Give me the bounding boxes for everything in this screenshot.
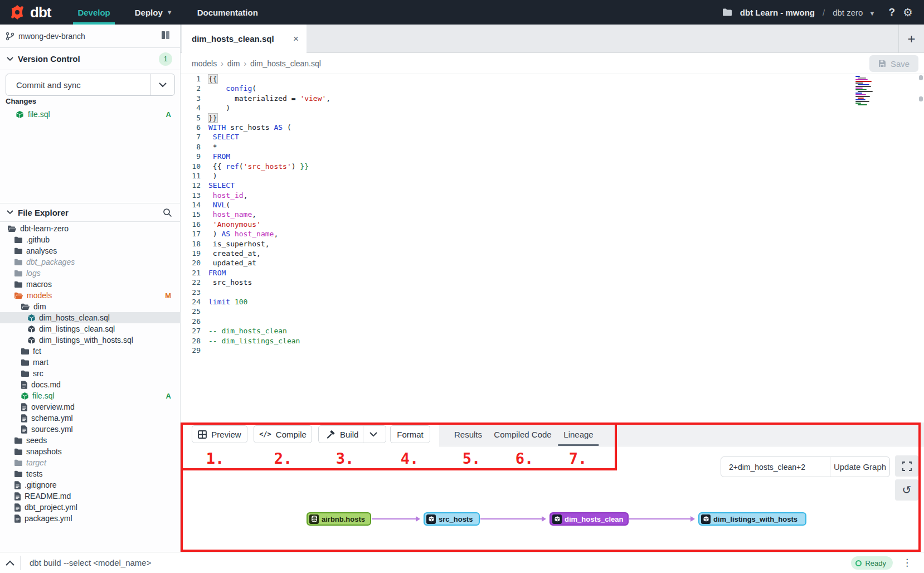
lineage-selector-input[interactable] (721, 457, 830, 477)
commit-options-chevron[interactable] (150, 74, 174, 95)
tree-item-dim-listings-clean-sql[interactable]: dim_listings_clean.sql (0, 323, 180, 334)
code-line[interactable]: 6WITH src_hosts AS ( (181, 123, 924, 132)
editor-tab-active[interactable]: dim_hosts_clean.sql × (182, 25, 307, 53)
dbt-logo[interactable]: dbt (0, 4, 65, 21)
code-line[interactable]: 11 ) (181, 171, 924, 181)
code-line[interactable]: 15 host_name, (181, 210, 924, 219)
tree-item-target[interactable]: target (0, 457, 180, 468)
code-line[interactable]: 20 updated_at (181, 258, 924, 268)
tab-results[interactable]: Results (452, 423, 484, 446)
code-line[interactable]: 24limit 100 (181, 297, 924, 307)
tree-item-docs-md[interactable]: docs.md (0, 379, 180, 390)
tab-lineage[interactable]: Lineage (561, 423, 595, 446)
code-editor[interactable]: 1{{2 config(3 materialized = 'view',4 )5… (181, 74, 924, 423)
breadcrumb-models[interactable]: models (192, 59, 217, 68)
tree-item-dim-listings-with-hosts-sql[interactable]: dim_listings_with_hosts.sql (0, 334, 180, 346)
code-line[interactable]: 4 ) (181, 103, 924, 113)
lineage-node-src_hosts[interactable]: src_hosts (424, 512, 480, 526)
version-control-header[interactable]: Version Control 1 (0, 48, 180, 70)
breadcrumb-file[interactable]: dim_hosts_clean.sql (250, 59, 321, 68)
tree-item-dbt-learn-zero[interactable]: dbt-learn-zero (0, 223, 180, 234)
code-line[interactable]: 1{{ (181, 74, 924, 84)
code-line[interactable]: 9 FROM (181, 152, 924, 161)
kebab-menu-icon[interactable]: ⋮ (902, 557, 912, 569)
lineage-node-dim_hosts_clean[interactable]: dim_hosts_clean (549, 512, 629, 526)
tree-item-sources-yml[interactable]: sources.yml (0, 424, 180, 435)
git-branch-row[interactable]: mwong-dev-branch (0, 25, 180, 48)
help-icon[interactable]: ? (888, 6, 895, 18)
code-line[interactable]: 17 ) AS host_name, (181, 229, 924, 239)
format-button[interactable]: Format (390, 425, 430, 443)
code-line[interactable]: 21FROM (181, 268, 924, 278)
tab-compiled-code[interactable]: Compiled Code (492, 423, 553, 446)
tree-item-packages-yml[interactable]: packages.yml (0, 513, 180, 524)
code-line[interactable]: 16 'Anonymous' (181, 220, 924, 229)
preview-button[interactable]: Preview (192, 425, 247, 443)
reset-view-button[interactable]: ↺ (895, 479, 918, 501)
tree-item-file-sql[interactable]: file.sqlA (0, 390, 180, 401)
close-tab-icon[interactable]: × (293, 33, 299, 45)
expand-console-button[interactable] (0, 560, 20, 566)
code-line[interactable]: 10 {{ ref('src_hosts') }} (181, 162, 924, 171)
tree-item-models[interactable]: modelsM (0, 290, 180, 301)
tree-item-dbt-project-yml[interactable]: dbt_project.yml (0, 502, 180, 513)
file-explorer-header[interactable]: File Explorer (0, 203, 180, 222)
cli-command-input[interactable]: dbt build --select <model_name> (30, 558, 151, 567)
environment-select[interactable]: dbt zero ▼ (833, 8, 875, 17)
tree-item--gitignore[interactable]: .gitignore (0, 479, 180, 491)
tree-item-dim-hosts-clean-sql[interactable]: dim_hosts_clean.sql (0, 312, 180, 323)
tree-item-readme-md[interactable]: README.md (0, 491, 180, 502)
build-button[interactable]: Build (318, 425, 386, 443)
commit-and-sync-button[interactable]: Commit and sync (6, 74, 175, 96)
tree-item-macros[interactable]: macros (0, 279, 180, 290)
new-tab-button[interactable]: + (898, 25, 924, 53)
code-line[interactable]: 8 * (181, 142, 924, 152)
tree-item-logs[interactable]: logs (0, 268, 180, 279)
code-line[interactable]: 5}} (181, 113, 924, 123)
compile-button[interactable]: </>Compile (254, 425, 312, 443)
code-line[interactable]: 7 SELECT (181, 132, 924, 142)
save-button[interactable]: Save (869, 55, 918, 72)
code-line[interactable]: 18 is_superhost, (181, 239, 924, 249)
editor-scrollbar[interactable] (919, 74, 923, 420)
fullscreen-button[interactable] (895, 455, 918, 477)
tree-item-overview-md[interactable]: overview.md (0, 401, 180, 412)
breadcrumb-dim[interactable]: dim (227, 59, 240, 68)
tree-item-fct[interactable]: fct (0, 346, 180, 357)
lineage-node-airbnb-hosts[interactable]: airbnb.hosts (307, 512, 371, 526)
tree-item-schema-yml[interactable]: schema.yml (0, 412, 180, 424)
code-line[interactable]: 3 materialized = 'view', (181, 94, 924, 103)
tree-item-dbt-packages[interactable]: dbt_packages (0, 256, 180, 268)
code-line[interactable]: 12SELECT (181, 181, 924, 190)
code-line[interactable]: 28-- dim_listings_clean (181, 336, 924, 346)
tree-item-snapshots[interactable]: snapshots (0, 446, 180, 457)
update-graph-button[interactable]: Update Graph (830, 457, 889, 477)
gear-icon[interactable]: ⚙ (903, 6, 913, 19)
nav-item-deploy[interactable]: Deploy▼ (123, 0, 185, 25)
tree-item-src[interactable]: src (0, 368, 180, 379)
tree-item-mart[interactable]: mart (0, 357, 180, 368)
search-icon[interactable] (163, 208, 172, 217)
code-line[interactable]: 13 host_id, (181, 191, 924, 200)
code-line[interactable]: 23 (181, 288, 924, 297)
changed-file-row[interactable]: file.sql A (0, 108, 180, 120)
nav-item-documentation[interactable]: Documentation (185, 0, 270, 25)
tree-item-analyses[interactable]: analyses (0, 245, 180, 256)
nav-item-develop[interactable]: Develop (65, 0, 122, 25)
code-line[interactable]: 27-- dim_hosts_clean (181, 326, 924, 336)
tree-item-seeds[interactable]: seeds (0, 435, 180, 446)
tree-item--github[interactable]: .github (0, 234, 180, 245)
code-line[interactable]: 2 config( (181, 84, 924, 93)
code-line[interactable]: 25 (181, 307, 924, 316)
code-line[interactable]: 29 (181, 346, 924, 355)
build-options-chevron[interactable] (363, 426, 383, 443)
code-line[interactable]: 19 created_at, (181, 249, 924, 258)
project-name[interactable]: dbt Learn - mwong (740, 8, 815, 17)
docs-books-icon[interactable] (161, 31, 172, 42)
code-line[interactable]: 14 NVL( (181, 200, 924, 210)
lineage-node-dim_listings_with_hosts[interactable]: dim_listings_with_hosts (698, 512, 806, 526)
code-line[interactable]: 26 (181, 317, 924, 326)
code-line[interactable]: 22 src_hosts (181, 278, 924, 287)
tree-item-tests[interactable]: tests (0, 468, 180, 479)
tree-item-dim[interactable]: dim (0, 301, 180, 312)
